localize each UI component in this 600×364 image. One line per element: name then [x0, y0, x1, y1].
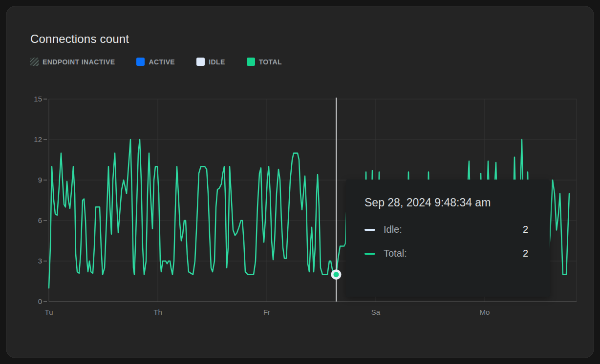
x-axis-tick-label: Mo	[480, 308, 490, 316]
legend-swatch-icon	[136, 58, 145, 66]
legend-item-total[interactable]: TOTAL	[247, 58, 282, 66]
tooltip-row-idle: Idle:2	[364, 224, 528, 235]
tooltip-series-value: 2	[523, 224, 528, 235]
series-dash-icon	[364, 253, 375, 255]
tooltip-rows: Idle:2Total:2	[364, 224, 528, 259]
legend-label: IDLE	[209, 58, 225, 66]
chart-title: Connections count	[30, 32, 129, 46]
legend-item-endpoint-inactive[interactable]: ENDPOINT INACTIVE	[30, 58, 115, 66]
legend-swatch-icon	[30, 58, 39, 66]
y-axis-tick-label: 15	[20, 95, 42, 103]
legend-label: ACTIVE	[149, 58, 175, 66]
legend-swatch-icon	[247, 58, 255, 66]
legend-swatch-icon	[196, 58, 205, 66]
tooltip-series-label: Idle:	[384, 224, 402, 235]
y-axis-tick-label: 3	[20, 257, 42, 265]
series-dash-icon	[364, 229, 375, 231]
tooltip-series-label: Total:	[384, 248, 407, 259]
x-axis-tick-label: Fr	[263, 308, 270, 316]
tooltip-row-total: Total:2	[364, 248, 528, 259]
chart-tooltip: Sep 28, 2024 9:48:34 am Idle:2Total:2	[346, 180, 550, 297]
y-axis-tick-label: 9	[20, 176, 42, 184]
legend-label: ENDPOINT INACTIVE	[43, 58, 115, 66]
y-axis-tick-label: 6	[20, 216, 42, 224]
legend-label: TOTAL	[259, 58, 282, 66]
dashboard-page: Connections count ENDPOINT INACTIVEACTIV…	[0, 0, 600, 364]
y-axis-tick-label: 12	[20, 135, 42, 143]
legend-item-idle[interactable]: IDLE	[196, 58, 225, 66]
tooltip-timestamp: Sep 28, 2024 9:48:34 am	[364, 196, 528, 209]
x-axis-tick-label: Tu	[45, 308, 53, 316]
y-axis-tick-label: 0	[20, 297, 42, 305]
chart-legend: ENDPOINT INACTIVEACTIVEIDLETOTAL	[30, 58, 282, 66]
legend-item-active[interactable]: ACTIVE	[136, 58, 175, 66]
x-axis-tick-label: Sa	[371, 308, 380, 316]
x-axis-tick-label: Th	[153, 308, 162, 316]
tooltip-series-value: 2	[523, 248, 528, 259]
